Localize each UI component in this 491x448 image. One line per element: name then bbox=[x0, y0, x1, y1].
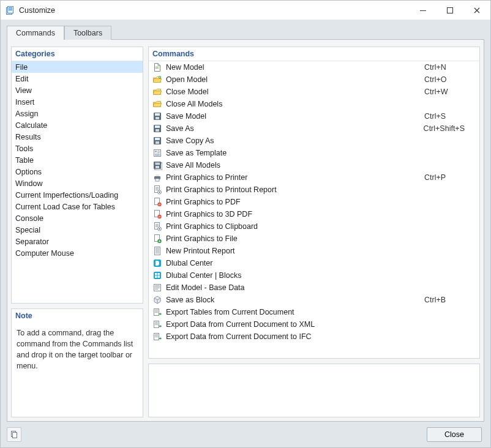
export-ifc-icon bbox=[152, 332, 162, 342]
svg-rect-46 bbox=[156, 226, 159, 227]
close-window-button[interactable] bbox=[463, 1, 490, 20]
command-label: Save As bbox=[166, 124, 420, 133]
category-item[interactable]: Table bbox=[12, 154, 143, 166]
svg-rect-66 bbox=[155, 289, 158, 289]
category-item[interactable]: Current Imperfections/Loading bbox=[12, 189, 143, 201]
category-item[interactable]: Options bbox=[12, 166, 143, 177]
command-item[interactable]: Save AsCtrl+Shift+S bbox=[149, 122, 479, 135]
command-item[interactable]: Export Data from Current Document to XML bbox=[149, 318, 479, 330]
svg-rect-33 bbox=[156, 187, 159, 188]
close-button[interactable]: Close bbox=[427, 427, 482, 442]
svg-rect-20 bbox=[155, 151, 157, 152]
command-item[interactable]: Export Data from Current Document to IFC bbox=[149, 330, 479, 343]
command-item[interactable]: Print Graphics to PrinterCtrl+P bbox=[149, 171, 479, 184]
command-item[interactable]: Dlubal Center | Blocks bbox=[149, 269, 479, 282]
command-label: Save as Block bbox=[166, 296, 421, 304]
columns: Categories FileEditViewInsertAssignCalcu… bbox=[11, 47, 480, 417]
command-label: Print Graphics to PDF bbox=[166, 198, 421, 206]
svg-rect-64 bbox=[155, 286, 160, 287]
command-label: Save All Models bbox=[166, 161, 421, 170]
svg-rect-54 bbox=[156, 252, 159, 252]
svg-text:P: P bbox=[159, 203, 160, 206]
command-item[interactable]: Save ModelCtrl+S bbox=[149, 110, 479, 122]
category-item[interactable]: Window bbox=[12, 177, 143, 189]
category-item[interactable]: Tools bbox=[12, 143, 143, 154]
dlubal-icon bbox=[152, 258, 162, 268]
dlubal-blocks-icon bbox=[152, 271, 162, 280]
categories-header: Categories bbox=[12, 47, 143, 61]
svg-rect-31 bbox=[156, 179, 159, 181]
svg-rect-55 bbox=[156, 253, 159, 253]
command-shortcut: Ctrl+W bbox=[424, 88, 476, 96]
svg-rect-70 bbox=[155, 312, 158, 313]
categories-list[interactable]: FileEditViewInsertAssignCalculateResults… bbox=[12, 61, 143, 303]
command-item[interactable]: Dlubal Center bbox=[149, 257, 479, 269]
category-item[interactable]: Insert bbox=[12, 96, 143, 108]
command-item[interactable]: Close ModelCtrl+W bbox=[149, 86, 479, 98]
command-item[interactable]: New Printout Report bbox=[149, 245, 479, 257]
folder-close-all-icon bbox=[152, 99, 162, 109]
maximize-button[interactable] bbox=[437, 1, 463, 20]
category-item[interactable]: File bbox=[12, 61, 143, 73]
category-item[interactable]: View bbox=[12, 84, 143, 96]
svg-rect-78 bbox=[155, 337, 158, 337]
category-item[interactable]: Computer Mouse bbox=[12, 247, 143, 259]
right-column: Commands New ModelCtrl+NOpen ModelCtrl+O… bbox=[148, 47, 480, 417]
command-shortcut: Ctrl+N bbox=[424, 63, 476, 72]
svg-rect-73 bbox=[155, 323, 158, 324]
minimize-button[interactable] bbox=[410, 1, 437, 20]
command-item[interactable]: Print Graphics to File bbox=[149, 233, 479, 245]
svg-rect-69 bbox=[155, 311, 158, 312]
command-item[interactable]: PPrint Graphics to 3D PDF bbox=[149, 208, 479, 220]
command-item[interactable]: Save as Template bbox=[149, 147, 479, 159]
command-label: Print Graphics to Printout Report bbox=[166, 185, 421, 194]
commands-list[interactable]: New ModelCtrl+NOpen ModelCtrl+OClose Mod… bbox=[149, 61, 479, 358]
command-label: Print Graphics to Printer bbox=[166, 173, 421, 182]
category-item[interactable]: Separator bbox=[12, 236, 143, 247]
window-title: Customize bbox=[19, 6, 410, 15]
svg-rect-80 bbox=[13, 433, 17, 438]
command-item[interactable]: Print Graphics to Clipboard bbox=[149, 220, 479, 233]
save-icon bbox=[152, 124, 162, 133]
svg-rect-8 bbox=[156, 68, 159, 69]
command-label: Save Model bbox=[166, 112, 421, 121]
svg-rect-14 bbox=[155, 125, 160, 128]
save-icon bbox=[152, 111, 162, 121]
command-item[interactable]: Open ModelCtrl+O bbox=[149, 73, 479, 86]
command-label: Print Graphics to File bbox=[166, 234, 421, 243]
command-item[interactable]: Print Graphics to Printout Report bbox=[149, 184, 479, 196]
category-item[interactable]: Edit bbox=[12, 73, 143, 84]
command-item[interactable]: Close All Models bbox=[149, 98, 479, 110]
category-item[interactable]: Console bbox=[12, 212, 143, 224]
command-shortcut: Ctrl+O bbox=[424, 75, 476, 84]
commands-header: Commands bbox=[149, 47, 479, 61]
command-item[interactable]: PPrint Graphics to PDF bbox=[149, 196, 479, 208]
category-item[interactable]: Current Load Case for Tables bbox=[12, 201, 143, 212]
app-icon bbox=[6, 6, 15, 15]
commands-panel: Commands New ModelCtrl+NOpen ModelCtrl+O… bbox=[148, 47, 480, 359]
command-shortcut: Ctrl+S bbox=[424, 112, 476, 121]
copy-icon-button[interactable] bbox=[7, 427, 21, 442]
command-item[interactable]: Edit Model - Base Data bbox=[149, 282, 479, 294]
command-item[interactable]: Save Copy As bbox=[149, 135, 479, 147]
tab-toolbars[interactable]: Toolbars bbox=[64, 26, 111, 40]
svg-rect-65 bbox=[155, 288, 160, 288]
svg-rect-2 bbox=[9, 7, 12, 9]
tab-commands[interactable]: Commands bbox=[7, 26, 64, 40]
command-item[interactable]: New ModelCtrl+N bbox=[149, 61, 479, 73]
category-item[interactable]: Calculate bbox=[12, 119, 143, 131]
svg-rect-77 bbox=[155, 335, 158, 336]
command-item[interactable]: Save All Models bbox=[149, 159, 479, 171]
svg-rect-58 bbox=[155, 273, 157, 275]
svg-rect-24 bbox=[155, 155, 160, 156]
category-item[interactable]: Results bbox=[12, 131, 143, 143]
note-body: To add a command, drag the command from … bbox=[12, 323, 143, 377]
category-item[interactable]: Assign bbox=[12, 108, 143, 119]
command-item[interactable]: Export Tables from Current Document bbox=[149, 306, 479, 318]
svg-rect-30 bbox=[156, 174, 159, 176]
folder-close-icon bbox=[152, 87, 162, 97]
svg-rect-15 bbox=[156, 129, 159, 132]
svg-rect-5 bbox=[420, 10, 426, 11]
command-item[interactable]: Save as BlockCtrl+B bbox=[149, 294, 479, 306]
category-item[interactable]: Special bbox=[12, 224, 143, 236]
